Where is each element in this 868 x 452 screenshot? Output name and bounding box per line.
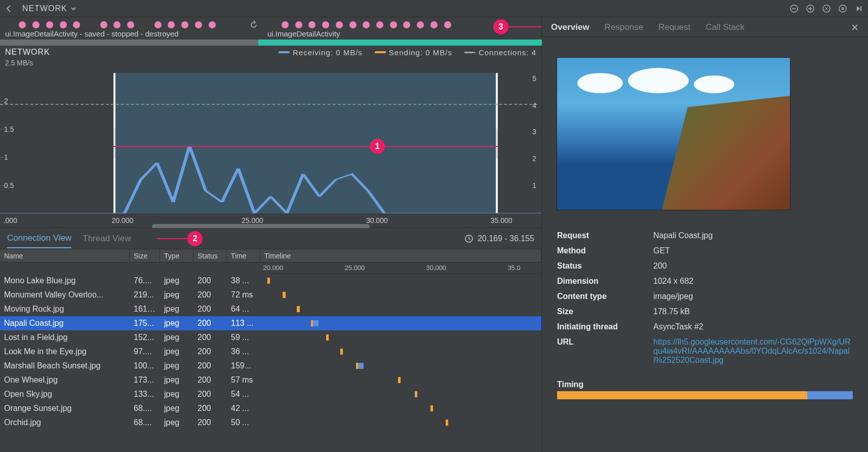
event-dot[interactable] <box>417 21 424 28</box>
event-dot[interactable] <box>32 21 40 28</box>
request-url-link[interactable]: https://lh5.googleusercontent.com/-CG62Q… <box>653 337 851 364</box>
tab-overview[interactable]: Overview <box>551 19 589 35</box>
tab-response[interactable]: Response <box>605 19 644 35</box>
network-chart[interactable]: NETWORK Receiving: 0 MB/s Sending: 0 MB/… <box>0 46 541 228</box>
cell-size: 152... <box>130 333 160 342</box>
tab-thread-view[interactable]: Thread View <box>83 230 131 248</box>
table-row[interactable]: Mono Lake Blue.jpg76....jpeg20038 ... <box>0 274 541 288</box>
table-row[interactable]: Marshall Beach Sunset.jpg100...jpeg20015… <box>0 359 541 373</box>
selection-time-range: 20.169 - 36.155 <box>478 234 534 243</box>
event-dot[interactable] <box>127 21 134 28</box>
activity-label: ui.ImageDetailActivity <box>267 29 340 38</box>
cell-size: 97.... <box>130 347 160 356</box>
field-label: URL <box>557 337 653 365</box>
table-row[interactable]: Open Sky.jpg133...jpeg20054 ... <box>0 387 541 401</box>
cell-type: jpeg <box>160 375 193 385</box>
timing-section-label: Timing <box>542 371 868 391</box>
field-value: AsyncTask #2 <box>653 322 853 331</box>
table-row[interactable]: Look Me in the Eye.jpg97....jpeg20036 ..… <box>0 345 541 359</box>
event-dot[interactable] <box>430 21 438 28</box>
zoom-in-icon[interactable] <box>804 3 816 15</box>
cell-status: 200 <box>193 319 227 328</box>
cell-type: jpeg <box>160 347 193 356</box>
table-row[interactable]: Orange Sunset.jpg68....jpeg20042 ... <box>0 401 541 416</box>
event-dot[interactable] <box>19 21 26 28</box>
tab-connection-view[interactable]: Connection View <box>7 229 71 248</box>
zoom-reset-icon[interactable] <box>820 3 833 15</box>
table-row[interactable]: Monument Valley Overloo...219...jpeg2007… <box>0 288 541 302</box>
cell-status: 200 <box>193 276 227 285</box>
event-dot[interactable] <box>363 21 370 28</box>
event-timeline-strip[interactable]: ui.ImageDetailActivity - saved - stopped… <box>0 17 541 46</box>
detail-field: Initiating threadAsyncTask #2 <box>557 319 853 334</box>
activity-label: ui.ImageDetailActivity - saved - stopped… <box>5 29 179 38</box>
table-row[interactable]: One Wheel.jpg173...jpeg20057 ms <box>0 373 541 387</box>
event-dot[interactable] <box>154 21 162 28</box>
event-dot[interactable] <box>113 21 121 28</box>
detail-field: Status200 <box>557 258 853 274</box>
callout-badge: 1 <box>370 139 385 154</box>
event-dot[interactable] <box>336 21 343 28</box>
legend-sending: Sending: 0 MB/s <box>375 48 452 57</box>
field-label: Method <box>557 246 653 255</box>
column-header-size[interactable]: Size <box>130 249 160 262</box>
event-dot[interactable] <box>209 21 216 28</box>
event-dot[interactable] <box>100 21 107 28</box>
cell-time: 54 ... <box>227 390 260 399</box>
column-header-type[interactable]: Type <box>160 249 193 262</box>
table-row[interactable]: Napali Coast.jpg175...jpeg200113 ... <box>0 316 541 330</box>
profiler-type-dropdown[interactable]: NETWORK <box>19 4 80 13</box>
detail-field: Size178.75 kB <box>557 304 853 319</box>
table-row[interactable]: Orchid.jpg68....jpeg20050 ... <box>0 416 541 430</box>
event-dot[interactable] <box>403 21 410 28</box>
live-toggle-icon[interactable] <box>837 3 849 15</box>
go-to-end-icon[interactable] <box>853 3 865 15</box>
event-dot[interactable] <box>444 21 451 28</box>
cell-time: 42 ... <box>227 404 260 413</box>
field-label: Dimension <box>557 277 653 286</box>
cell-type: jpeg <box>160 418 193 427</box>
column-header-status[interactable]: Status <box>193 249 227 262</box>
event-dot[interactable] <box>195 21 202 28</box>
event-dot[interactable] <box>295 21 302 28</box>
field-value: 178.75 kB <box>653 307 853 316</box>
column-header-time[interactable]: Time <box>227 249 260 262</box>
event-dot[interactable] <box>282 21 289 28</box>
table-row[interactable]: Moving Rock.jpg161 ...jpeg20064 ... <box>0 302 541 316</box>
cell-time: 59 ... <box>227 333 260 342</box>
column-header-name[interactable]: Name <box>0 249 130 262</box>
tab-request[interactable]: Request <box>658 19 690 35</box>
cell-status: 200 <box>193 290 227 299</box>
event-dot[interactable] <box>308 21 315 28</box>
profiler-type-label: NETWORK <box>22 4 67 13</box>
tab-call-stack[interactable]: Call Stack <box>706 19 745 35</box>
cell-status: 200 <box>193 347 227 356</box>
event-dot[interactable] <box>322 21 329 28</box>
cell-size: 100... <box>130 361 160 370</box>
cell-time: 113 ... <box>227 319 260 328</box>
cell-name: Orange Sunset.jpg <box>0 404 130 413</box>
detail-field: MethodGET <box>557 243 853 258</box>
cell-status: 200 <box>193 305 227 314</box>
column-header-timeline[interactable]: Timeline <box>260 249 541 262</box>
table-row[interactable]: Lost in a Field.jpg152...jpeg20059 ... <box>0 330 541 345</box>
event-dot[interactable] <box>46 21 53 28</box>
event-dot[interactable] <box>73 21 80 28</box>
callout-badge: 3 <box>493 19 508 34</box>
field-label: Size <box>557 307 653 316</box>
cell-name: Open Sky.jpg <box>0 390 130 399</box>
event-dot[interactable] <box>390 21 397 28</box>
cell-status: 200 <box>193 390 227 399</box>
cell-status: 200 <box>193 375 227 385</box>
back-arrow-icon[interactable] <box>3 3 15 15</box>
zoom-out-icon[interactable] <box>788 3 800 15</box>
field-label: Status <box>557 261 653 271</box>
event-dot[interactable] <box>181 21 188 28</box>
event-dot[interactable] <box>60 21 67 28</box>
event-dot[interactable] <box>376 21 383 28</box>
callout-badge: 2 <box>187 231 203 246</box>
field-value: image/jpeg <box>653 292 853 301</box>
event-dot[interactable] <box>168 21 175 28</box>
event-dot[interactable] <box>349 21 357 28</box>
close-icon[interactable] <box>851 23 859 31</box>
